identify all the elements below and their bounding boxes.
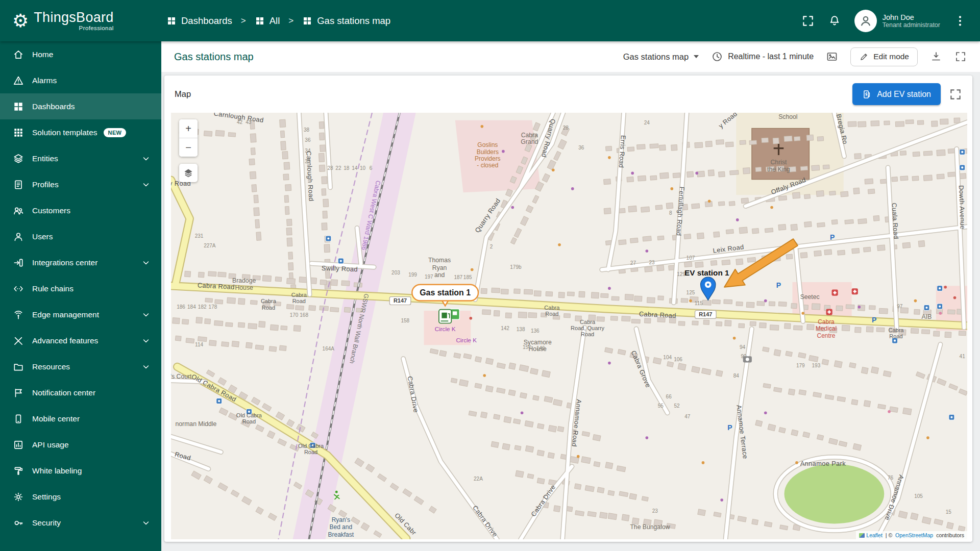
svg-text:R147: R147	[699, 311, 712, 317]
breadcrumb-separator: >	[241, 16, 246, 26]
map-label: 125	[687, 290, 695, 295]
dashboards-icon	[13, 101, 24, 112]
map-label: 36	[578, 145, 584, 151]
templates-icon	[13, 127, 24, 138]
poi-dot	[552, 168, 555, 171]
map-label: Cabra	[291, 292, 307, 298]
map-label: Cabra	[261, 298, 277, 304]
poi-dot	[608, 287, 611, 290]
app-name: ThingsBoard	[34, 10, 113, 24]
poi-dot	[944, 286, 947, 289]
user-menu[interactable]: John Doe Tenant administrator	[854, 10, 940, 32]
integrations-icon	[13, 257, 24, 268]
user-role: Tenant administrator	[883, 21, 940, 29]
notifications-bell-icon[interactable]	[828, 14, 841, 28]
download-icon[interactable]	[930, 51, 942, 63]
sidebar-item-rule-chains[interactable]: Rule chains	[0, 276, 161, 302]
map-label: 23	[649, 260, 655, 265]
resources-icon	[13, 361, 24, 372]
map-label: 158	[401, 318, 409, 323]
poi-dot	[695, 172, 698, 175]
poi-dot	[646, 436, 649, 439]
map-label: 's Court	[171, 373, 192, 380]
widget-fullscreen-icon[interactable]	[949, 88, 962, 101]
sidebar-item-advanced-features[interactable]: Advanced features	[0, 328, 161, 354]
poi-dot	[511, 206, 514, 209]
sidebar: HomeAlarmsDashboardsSolution templatesNE…	[0, 41, 161, 551]
zoom-out-button[interactable]: −	[179, 138, 198, 157]
chevron-down-icon	[141, 154, 151, 164]
sidebar-item-mobile-center[interactable]: Mobile center	[0, 406, 161, 432]
sidebar-item-solution-templates[interactable]: Solution templatesNEW	[0, 119, 161, 145]
map-label: 170	[290, 312, 299, 318]
map-label: Seetec	[800, 293, 820, 300]
map-label: 168	[300, 312, 308, 318]
sidebar-item-security[interactable]: Security	[0, 510, 161, 536]
chevron-down-icon	[141, 518, 151, 528]
map-label: 28	[327, 165, 333, 171]
fullscreen-icon[interactable]	[801, 14, 815, 28]
sidebar-item-notification-center[interactable]: Notification center	[0, 380, 161, 406]
map-label: 6	[370, 165, 373, 171]
breadcrumb-item-gas-stations-map[interactable]: Gas stations map	[302, 15, 390, 27]
sidebar-item-settings[interactable]: Settings	[0, 484, 161, 510]
sidebar-item-users[interactable]: Users	[0, 223, 161, 249]
map-label: 52	[674, 403, 680, 409]
map-label: 94	[740, 344, 746, 350]
map-label: Circle K	[456, 337, 477, 343]
layers-button[interactable]	[179, 164, 198, 182]
sidebar-item-profiles[interactable]: Profiles	[0, 171, 161, 197]
leaflet-link[interactable]: Leaflet	[866, 532, 883, 538]
kebab-menu-icon[interactable]	[953, 14, 967, 28]
sidebar-item-dashboards[interactable]: Dashboards	[0, 93, 161, 119]
sidebar-item-alarms[interactable]: Alarms	[0, 67, 161, 93]
poi-dot	[471, 268, 474, 271]
map-label: 186	[177, 304, 185, 310]
map[interactable]: PPPPR147R147 Carnlough RoadCarnlough Roa…	[171, 113, 967, 539]
sidebar-item-edge-management[interactable]: Edge management	[0, 302, 161, 328]
poi-dot	[801, 312, 804, 315]
map-label: the King	[767, 166, 790, 173]
toolbar-fullscreen-icon[interactable]	[954, 51, 967, 63]
map-label: Grand	[521, 138, 538, 145]
sidebar-item-home[interactable]: Home	[0, 41, 161, 67]
map-widget-card: Map Add EV station	[164, 76, 972, 542]
add-ev-station-button[interactable]: Add EV station	[852, 83, 941, 105]
dashboard-select[interactable]: Gas stations map	[623, 52, 699, 62]
poi-dot	[608, 362, 611, 365]
dashboard-toolbar: Gas stations map Gas stations map Realti…	[161, 41, 980, 72]
map-label: 178	[209, 304, 217, 310]
poi-dot	[939, 312, 942, 315]
sidebar-item-integrations-center[interactable]: Integrations center	[0, 249, 161, 276]
map-label: 84	[733, 373, 740, 379]
timewindow-button[interactable]: Realtime - last 1 minute	[711, 51, 814, 63]
zoom-in-button[interactable]: +	[179, 119, 198, 138]
layers-icon	[183, 167, 194, 179]
thingsboard-logo[interactable]: ⚙ ThingsBoard Professional	[12, 10, 159, 31]
sidebar-item-api-usage[interactable]: API usage	[0, 432, 161, 458]
breadcrumb-item-dashboards[interactable]: Dashboards	[166, 15, 232, 27]
poi-dot	[521, 411, 524, 414]
sidebar-item-customers[interactable]: Customers	[0, 197, 161, 223]
poi-dot	[795, 461, 798, 464]
map-label: 15	[946, 509, 952, 515]
map-label: Old Cabra	[298, 443, 324, 449]
parking-icon: P	[727, 423, 732, 432]
edit-mode-button[interactable]: Edit mode	[850, 47, 918, 66]
map-label: 227A	[204, 243, 216, 248]
map-label: Circle K	[435, 325, 456, 332]
map-label: 8	[669, 210, 672, 216]
sidebar-item-white-labeling[interactable]: White labeling	[0, 458, 161, 484]
users-icon	[13, 231, 24, 242]
breadcrumb-item-all[interactable]: All	[255, 15, 280, 27]
map-label: AIB	[922, 313, 932, 320]
map-label: 28	[563, 125, 569, 131]
image-export-icon[interactable]	[826, 51, 838, 63]
osm-link[interactable]: OpenStreetMap	[895, 532, 933, 538]
chevron-down-icon	[694, 55, 699, 58]
sidebar-item-entities[interactable]: Entities	[0, 145, 161, 171]
map-label: Road	[292, 298, 306, 304]
sidebar-item-resources[interactable]: Resources	[0, 354, 161, 380]
map-label: Road	[304, 449, 317, 455]
poi-dot	[720, 498, 723, 502]
